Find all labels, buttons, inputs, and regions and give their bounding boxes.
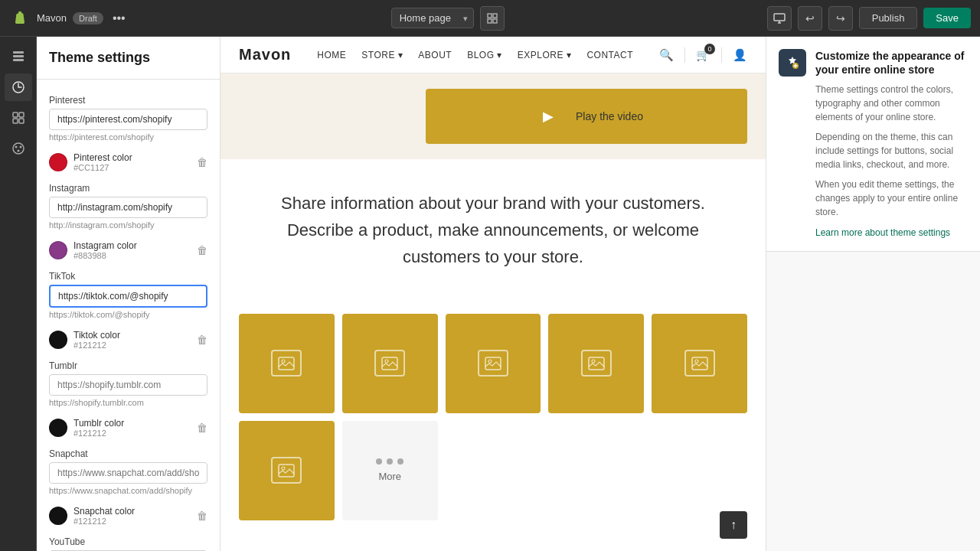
pinterest-color-swatch[interactable] <box>49 153 67 171</box>
svg-rect-29 <box>279 465 294 477</box>
draft-badge: Draft <box>73 12 103 24</box>
snapchat-label: Snapchat <box>49 448 207 459</box>
rail-sections-icon[interactable] <box>5 43 32 70</box>
video-play-label: Play the video <box>576 110 643 122</box>
svg-point-20 <box>282 360 285 363</box>
grid-item-5 <box>652 314 747 413</box>
more-section[interactable]: More <box>342 421 438 520</box>
svg-rect-25 <box>589 357 604 370</box>
instagram-hint: http://instagram.com/shopify <box>49 220 207 230</box>
desktop-view-button[interactable] <box>767 6 792 31</box>
svg-point-17 <box>19 146 21 148</box>
nav-links: HOME STORE ▾ ABOUT BLOG ▾ EXPLORE ▾ CONT… <box>317 50 633 60</box>
tiktok-hint: https://tiktok.com/@shopify <box>49 310 207 319</box>
redo-button[interactable]: ↪ <box>828 6 853 31</box>
main-layout: Theme settings Pinterest https://pintere… <box>0 37 980 551</box>
pinterest-delete-icon[interactable]: 🗑 <box>197 156 207 168</box>
grid-view-button[interactable] <box>480 6 505 31</box>
publish-button[interactable]: Publish <box>859 7 918 29</box>
instagram-input[interactable] <box>49 197 207 218</box>
snapchat-delete-icon[interactable]: 🗑 <box>197 510 207 522</box>
shopify-icon <box>9 8 31 29</box>
svg-rect-12 <box>19 112 24 117</box>
nav-blog[interactable]: BLOG ▾ <box>467 50 502 60</box>
user-icon[interactable]: 👤 <box>733 48 747 62</box>
tiktok-delete-icon[interactable]: 🗑 <box>197 334 207 346</box>
video-play-button[interactable]: ▶ <box>530 98 567 135</box>
nav-home[interactable]: HOME <box>317 50 346 60</box>
pinterest-input[interactable] <box>49 109 207 130</box>
snapchat-color-info: Snapchat color #121212 <box>74 506 135 526</box>
top-bar-center: Home page <box>135 6 761 31</box>
snapchat-input[interactable] <box>49 462 207 484</box>
tiktok-color-name: Tiktok color <box>74 330 120 341</box>
save-button[interactable]: Save <box>923 8 971 28</box>
rail-blocks-icon[interactable] <box>5 104 32 132</box>
image-placeholder-4 <box>581 350 612 377</box>
svg-rect-9 <box>13 59 24 61</box>
nav-about[interactable]: ABOUT <box>418 50 452 60</box>
video-section: ▶ Play the video <box>220 73 766 159</box>
page-select-wrap: Home page <box>391 8 474 28</box>
pinterest-group: Pinterest https://pinterest.com/shopify <box>37 89 220 148</box>
instagram-delete-icon[interactable]: 🗑 <box>197 244 207 256</box>
snapchat-hint: https://www.snapchat.com/add/shopify <box>49 486 207 495</box>
tumblr-input[interactable] <box>49 374 207 396</box>
snapchat-color-hex: #121212 <box>74 517 135 526</box>
nav-store[interactable]: STORE ▾ <box>361 50 403 60</box>
scroll-top-button[interactable]: ↑ <box>720 511 747 539</box>
cart-icon[interactable]: 🛒 0 <box>696 48 710 62</box>
rail-palette-icon[interactable] <box>5 135 32 162</box>
more-options-button[interactable]: ••• <box>109 8 129 28</box>
site-logo: Mavon <box>239 46 291 64</box>
svg-point-26 <box>592 360 595 363</box>
panel-desc-3: When you edit theme settings, the change… <box>815 178 968 219</box>
sidebar: Theme settings Pinterest https://pintere… <box>37 37 220 551</box>
grid-item-4 <box>548 314 644 413</box>
snapchat-color-swatch[interactable] <box>49 507 67 525</box>
cart-count: 0 <box>704 44 715 54</box>
rail-theme-icon[interactable] <box>5 73 32 101</box>
grid-item-3 <box>446 314 541 413</box>
nav-icons: 🔍 🛒 0 👤 <box>659 47 747 63</box>
right-panel-header: Customize the appearance of your entire … <box>766 37 980 252</box>
image-placeholder-2 <box>374 350 405 377</box>
tiktok-input[interactable] <box>49 285 207 308</box>
grid-item-6 <box>239 421 335 520</box>
svg-point-28 <box>695 360 698 363</box>
instagram-group: Instagram http://instagram.com/shopify <box>37 177 220 236</box>
undo-button[interactable]: ↩ <box>798 6 822 31</box>
text-heading: Share information about your brand with … <box>263 190 723 271</box>
pinterest-color-hex: #CC1127 <box>74 163 132 172</box>
tumblr-label: Tumblr <box>49 360 207 371</box>
sidebar-content: Pinterest https://pinterest.com/shopify … <box>37 80 220 551</box>
nav-contact[interactable]: CONTACT <box>586 50 633 60</box>
right-panel: Customize the appearance of your entire … <box>766 37 980 551</box>
pinterest-label: Pinterest <box>49 95 207 106</box>
pinterest-hint: https://pinterest.com/shopify <box>49 132 207 142</box>
pinterest-color-left: Pinterest color #CC1127 <box>49 152 132 172</box>
svg-rect-13 <box>13 119 18 123</box>
learn-more-link[interactable]: Learn more about theme settings <box>815 227 950 238</box>
website-preview: Mavon HOME STORE ▾ ABOUT BLOG ▾ EXPLORE … <box>220 37 766 551</box>
pinterest-color-row: Pinterest color #CC1127 🗑 <box>37 148 220 177</box>
icon-rail <box>0 37 37 551</box>
page-select[interactable]: Home page <box>391 8 474 28</box>
panel-desc-2: Depending on the theme, this can include… <box>815 130 968 171</box>
tumblr-hint: https://shopify.tumblr.com <box>49 398 207 407</box>
more-dots <box>376 458 403 465</box>
tumblr-color-swatch[interactable] <box>49 419 67 437</box>
instagram-color-swatch[interactable] <box>49 241 67 259</box>
svg-rect-4 <box>774 14 785 21</box>
instagram-label: Instagram <box>49 183 207 194</box>
svg-point-24 <box>488 360 492 363</box>
tiktok-color-swatch[interactable] <box>49 331 67 349</box>
search-icon[interactable]: 🔍 <box>659 48 674 62</box>
tumblr-delete-icon[interactable]: 🗑 <box>197 422 207 434</box>
tiktok-color-hex: #121212 <box>74 341 120 350</box>
svg-point-18 <box>17 150 19 152</box>
top-bar: Mavon Draft ••• Home page ↩ ↪ <box>0 0 980 37</box>
grid-section-2: More <box>220 413 766 533</box>
nav-explore[interactable]: EXPLORE ▾ <box>518 50 572 60</box>
image-placeholder-1 <box>271 350 302 377</box>
